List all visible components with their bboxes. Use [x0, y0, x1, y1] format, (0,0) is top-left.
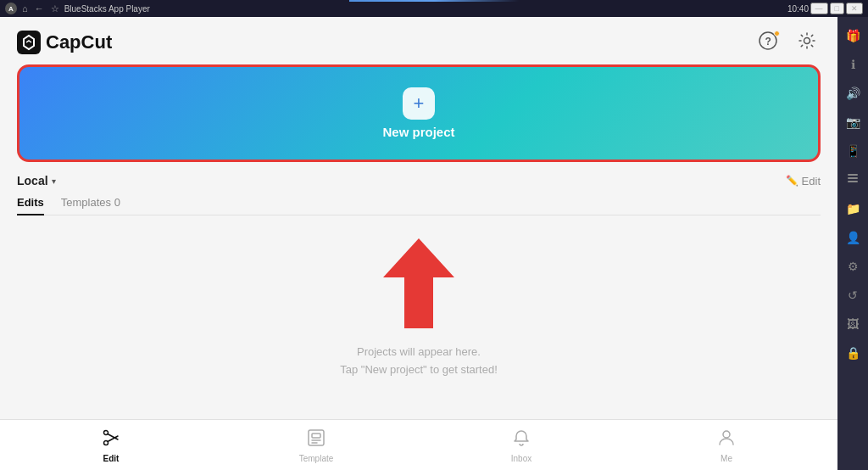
nav-inbox-label: Inbox: [511, 454, 531, 463]
capcut-logo-icon: [17, 31, 41, 54]
nav-item-template[interactable]: Template: [291, 428, 342, 463]
sidebar-phone-icon[interactable]: 📱: [841, 139, 865, 163]
chevron-down-icon: ▾: [52, 176, 56, 186]
nav-item-me[interactable]: Me: [701, 428, 752, 463]
nav-item-inbox[interactable]: Inbox: [496, 428, 547, 463]
svg-point-12: [723, 431, 730, 438]
app-content: CapCut ?: [0, 17, 837, 470]
edit-label: Edit: [802, 175, 821, 187]
app-name: CapCut: [46, 31, 112, 53]
pencil-icon: ✏️: [786, 175, 798, 187]
sidebar-layers-icon[interactable]: [841, 168, 865, 192]
local-title: Local: [17, 174, 48, 187]
minimize-button[interactable]: —: [810, 3, 828, 14]
sidebar-folder-icon[interactable]: 📁: [841, 197, 865, 221]
nav-template-label: Template: [299, 454, 334, 463]
svg-rect-13: [848, 177, 858, 179]
new-project-label: New project: [382, 125, 454, 139]
bookmark-icon[interactable]: ☆: [51, 3, 59, 14]
close-button[interactable]: ✕: [846, 3, 863, 14]
sidebar-lock-icon[interactable]: 🔒: [841, 341, 865, 365]
empty-line1: Projects will appear here.: [340, 344, 498, 361]
sidebar-screenshot-icon[interactable]: 📷: [841, 110, 865, 134]
sidebar-icon-2[interactable]: ℹ: [841, 53, 865, 76]
home-icon[interactable]: ⌂: [22, 3, 28, 14]
bell-icon: [511, 428, 531, 452]
svg-point-3: [804, 37, 810, 43]
bluestacks-sidebar: 🎁 ℹ 🔊 📷 📱 📁 👤 ⚙ ↺ 🖼 🔒: [837, 17, 868, 470]
back-icon[interactable]: ←: [35, 3, 44, 14]
sidebar-image-icon[interactable]: 🖼: [841, 312, 865, 336]
local-section: Local ▾ ✏️ Edit Edits Templates 0: [0, 174, 837, 419]
tabs-row: Edits Templates 0: [17, 196, 821, 215]
nav-item-edit[interactable]: Edit: [86, 428, 136, 463]
person-icon: [716, 428, 737, 452]
svg-rect-0: [17, 31, 41, 54]
local-title-area: Local ▾: [17, 174, 56, 187]
maximize-button[interactable]: □: [830, 3, 844, 14]
sidebar-rotate-icon[interactable]: ↺: [841, 283, 865, 307]
empty-text: Projects will appear here. Tap "New proj…: [340, 344, 498, 379]
plus-icon: +: [414, 94, 425, 113]
tab-edits-label: Edits: [17, 196, 44, 209]
app-logo: CapCut: [17, 31, 112, 54]
topbar-nav: ⌂ ← ☆: [22, 3, 59, 14]
nav-edit-label: Edit: [103, 454, 120, 463]
notification-badge: [774, 31, 780, 36]
sidebar-user-icon[interactable]: 👤: [841, 226, 865, 249]
sidebar-settings-icon[interactable]: ⚙: [841, 255, 865, 278]
user-avatar: A: [5, 3, 17, 14]
tab-edits[interactable]: Edits: [17, 196, 44, 215]
edit-button[interactable]: ✏️ Edit: [786, 175, 821, 187]
topbar-title: BlueStacks App Player: [64, 4, 150, 14]
svg-rect-9: [312, 434, 320, 438]
tab-templates[interactable]: Templates 0: [61, 196, 120, 215]
plus-icon-box: +: [403, 87, 435, 120]
empty-line2: Tap "New project" to get started!: [340, 361, 498, 379]
header-actions: ?: [754, 29, 821, 56]
svg-text:?: ?: [765, 35, 771, 47]
main-container: CapCut ?: [0, 17, 868, 470]
tab-templates-label: Templates 0: [61, 196, 120, 209]
sidebar-icon-1[interactable]: 🎁: [841, 24, 865, 48]
arrow-head: [383, 238, 454, 277]
svg-rect-15: [848, 174, 858, 176]
new-project-section: + New project: [0, 64, 837, 174]
nav-me-label: Me: [721, 454, 732, 463]
settings-button[interactable]: [793, 29, 821, 56]
arrow-indicator: [383, 238, 454, 328]
sidebar-volume-icon[interactable]: 🔊: [841, 81, 865, 105]
scissors-icon: [101, 428, 121, 452]
gear-icon: [798, 31, 816, 54]
clock: 10:40: [787, 4, 809, 14]
arrow-body: [404, 277, 433, 328]
app-header: CapCut ?: [0, 17, 837, 64]
window-controls: — □ ✕: [810, 3, 863, 14]
topbar-left: A ⌂ ← ☆ BlueStacks App Player: [5, 3, 150, 14]
help-button[interactable]: ?: [754, 29, 782, 56]
empty-state: Projects will appear here. Tap "New proj…: [17, 215, 821, 419]
bluestacks-topbar: A ⌂ ← ☆ BlueStacks App Player 10:40 — □ …: [0, 0, 868, 17]
bottom-nav: Edit Template: [0, 419, 837, 470]
local-header: Local ▾ ✏️ Edit: [17, 174, 821, 187]
svg-rect-14: [848, 181, 858, 182]
new-project-banner[interactable]: + New project: [17, 64, 821, 162]
template-icon: [306, 428, 326, 452]
